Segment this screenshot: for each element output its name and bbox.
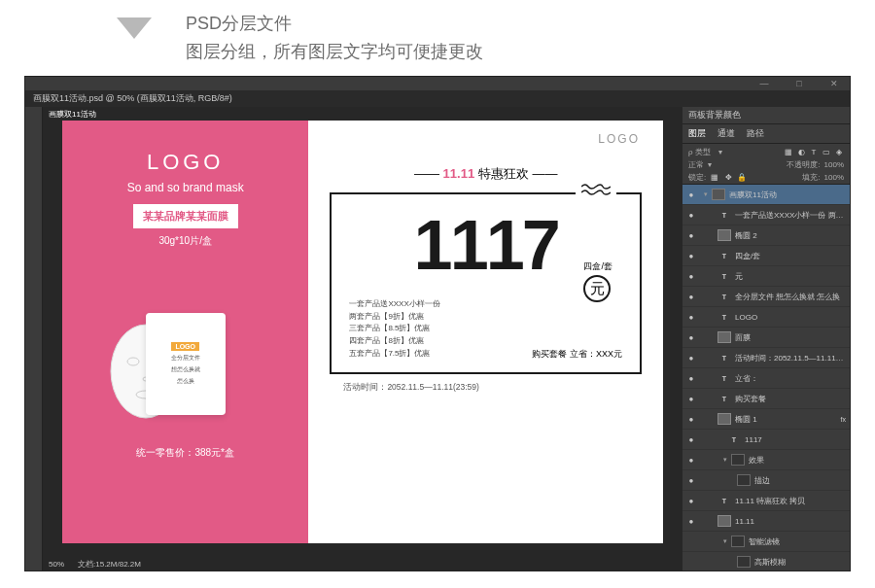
tab-channels[interactable]: 通道 — [718, 127, 735, 140]
layer-name[interactable]: 画膜双11活动 — [729, 190, 846, 200]
layer-item[interactable]: ●11.11 — [682, 511, 850, 532]
layer-item[interactable]: ●T1117 — [682, 430, 850, 450]
layer-thumbnail — [731, 536, 745, 547]
layer-name[interactable]: 描边 — [754, 475, 846, 486]
layer-item[interactable]: ●椭圆 1fx — [682, 409, 850, 430]
lock-position-icon[interactable]: ✥ — [723, 173, 733, 183]
layer-name[interactable]: 一套产品送XXXX小样一份 两套产... — [735, 210, 846, 221]
visibility-toggle[interactable]: ● — [686, 354, 696, 363]
layer-name[interactable]: 元 — [735, 271, 846, 282]
brand-name: 某某品牌某某面膜 — [133, 204, 238, 228]
layer-name[interactable]: 11.11 特惠狂欢 拷贝 — [735, 496, 846, 506]
layer-item[interactable]: ●T购买套餐 — [682, 389, 850, 409]
visibility-toggle[interactable]: ● — [686, 333, 696, 342]
maximize-button[interactable]: □ — [788, 79, 811, 88]
close-button[interactable]: ✕ — [822, 79, 846, 88]
visibility-toggle[interactable]: ● — [686, 456, 696, 465]
tools-panel[interactable] — [25, 107, 43, 571]
layer-item[interactable]: ▾智能滤镜 — [682, 532, 850, 552]
product-packet: LOGO 全分层文件 想怎么换就 怎么换 — [146, 313, 226, 415]
artboard: LOGO So and so brand mask 某某品牌某某面膜 30g*1… — [62, 121, 663, 543]
visibility-toggle[interactable]: ● — [686, 435, 696, 444]
visibility-toggle[interactable]: ● — [686, 395, 696, 403]
visibility-toggle[interactable]: ● — [686, 211, 696, 220]
visibility-toggle[interactable]: ● — [686, 313, 696, 322]
layer-name[interactable]: 全分层文件 想怎么换就 怎么换 — [735, 292, 846, 302]
layer-name[interactable]: 11.11 — [735, 517, 846, 526]
discount-item: 四套产品【8折】优惠 — [349, 335, 622, 348]
layer-item[interactable]: ●T全分层文件 想怎么换就 怎么换 — [682, 287, 850, 307]
layer-item[interactable]: ●T活动时间：2052.11.5—11.11(23:59... — [682, 348, 850, 368]
layer-thumbnail — [712, 189, 725, 200]
visibility-toggle[interactable]: ● — [686, 190, 696, 199]
layer-item[interactable]: ●面膜 — [682, 328, 850, 348]
visibility-toggle[interactable]: ● — [686, 517, 696, 526]
header-line1: PSD分层文件 — [186, 10, 483, 38]
layer-item[interactable]: ●描边 — [682, 470, 850, 491]
layer-item[interactable]: ●椭圆 2 — [682, 225, 850, 246]
document-tab[interactable]: 画膜双11活动.psd @ 50% (画膜双11活动, RGB/8#) — [33, 92, 232, 105]
lock-pixels-icon[interactable]: ▦ — [710, 173, 719, 183]
tab-layers[interactable]: 图层 — [688, 127, 706, 140]
activity-time: 活动时间：2052.11.5—11.11(23:59) — [330, 382, 642, 394]
visibility-toggle[interactable]: ● — [686, 272, 696, 281]
filter-shape-icon[interactable]: ▭ — [822, 148, 831, 157]
blend-mode-select[interactable]: 正常 — [688, 159, 704, 170]
layer-thumbnail — [737, 556, 751, 568]
layer-name[interactable]: 立省： — [735, 373, 846, 384]
layer-item[interactable]: ●▾效果 — [682, 450, 850, 470]
spec-text: 30g*10片/盒 — [80, 234, 291, 248]
layer-name[interactable]: LOGO — [735, 313, 846, 322]
visibility-toggle[interactable]: ● — [686, 415, 696, 424]
layer-thumbnail: T — [718, 270, 731, 282]
fill-value[interactable]: 100% — [824, 173, 844, 182]
visibility-toggle[interactable]: ● — [686, 476, 696, 485]
layer-item[interactable]: ●TLOGO — [682, 307, 850, 328]
expand-arrow[interactable]: ▾ — [723, 537, 727, 545]
layer-name[interactable]: 智能滤镜 — [749, 536, 846, 547]
opacity-value[interactable]: 100% — [824, 160, 844, 169]
filter-pixel-icon[interactable]: ▦ — [784, 148, 793, 157]
layer-name[interactable]: 效果 — [749, 455, 846, 466]
layer-item[interactable]: ●T四盒/套 — [682, 246, 850, 266]
packet-logo: LOGO — [171, 342, 199, 351]
layer-name[interactable]: 购买套餐 — [735, 394, 846, 404]
layer-name[interactable]: 高斯模糊 — [754, 557, 846, 568]
minimize-button[interactable]: — — [752, 79, 776, 88]
visibility-toggle[interactable]: ● — [686, 293, 696, 301]
lock-all-icon[interactable]: 🔒 — [737, 173, 747, 183]
visibility-toggle[interactable]: ● — [686, 252, 696, 260]
tab-paths[interactable]: 路径 — [747, 127, 764, 140]
layer-item[interactable]: ●T元 — [682, 266, 850, 287]
right-logo: LOGO — [598, 132, 640, 146]
panel-tabs: 图层 通道 路径 — [682, 124, 850, 144]
filter-smart-icon[interactable]: ◈ — [834, 148, 844, 157]
visibility-toggle[interactable]: ● — [686, 231, 696, 240]
layer-name[interactable]: 面膜 — [735, 332, 846, 343]
layer-thumbnail: T — [718, 291, 731, 302]
layer-item[interactable]: ●▾画膜双11活动 — [682, 185, 850, 205]
layer-item[interactable]: ●T一套产品送XXXX小样一份 两套产... — [682, 205, 850, 225]
layer-item[interactable]: 高斯模糊 — [682, 552, 850, 571]
zoom-level[interactable]: 50% — [49, 560, 64, 569]
layer-item[interactable]: ●T11.11 特惠狂欢 拷贝 — [682, 491, 850, 511]
canvas-area[interactable]: 画膜双11活动 LOGO So and so brand mask 某某品牌某某… — [43, 107, 682, 571]
visibility-toggle[interactable]: ● — [686, 497, 696, 505]
filter-text-icon[interactable]: T — [809, 148, 819, 157]
layer-item[interactable]: ●T立省： — [682, 368, 850, 389]
layer-name[interactable]: 四盒/套 — [735, 251, 846, 261]
layer-filter[interactable]: ρ 类型 — [688, 147, 711, 157]
visibility-toggle[interactable]: ● — [686, 374, 696, 383]
layer-name[interactable]: 活动时间：2052.11.5—11.11(23:59... — [735, 353, 846, 363]
layer-name[interactable]: 椭圆 2 — [735, 230, 846, 241]
big-price: 1117 — [349, 214, 622, 277]
layer-name[interactable]: 1117 — [745, 435, 846, 444]
page-header: PSD分层文件 图层分组，所有图层文字均可便捷更改 — [0, 0, 875, 86]
filter-adjust-icon[interactable]: ◐ — [796, 148, 806, 157]
wave-icon — [576, 183, 616, 200]
expand-arrow[interactable]: ▾ — [723, 456, 727, 464]
design-left-panel: LOGO So and so brand mask 某某品牌某某面膜 30g*1… — [62, 121, 308, 543]
expand-arrow[interactable]: ▾ — [704, 190, 708, 198]
layers-panel: 图层 通道 路径 ρ 类型 ▾ ▦ ◐ T ▭ ◈ — [682, 124, 850, 571]
layer-name[interactable]: 椭圆 1 — [735, 414, 837, 425]
